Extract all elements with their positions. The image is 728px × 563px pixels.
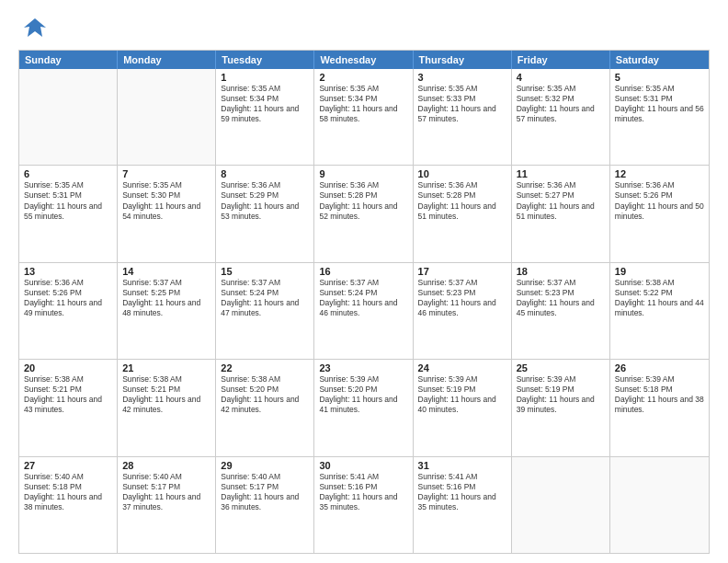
day-number: 29 [221, 460, 309, 471]
day-info: Sunrise: 5:36 AM Sunset: 5:29 PM Dayligh… [221, 180, 309, 221]
calendar-cell [512, 457, 610, 553]
calendar-cell [610, 457, 709, 553]
day-info: Sunrise: 5:39 AM Sunset: 5:20 PM Dayligh… [319, 374, 407, 415]
day-number: 2 [319, 72, 407, 83]
header [18, 15, 710, 40]
day-number: 5 [615, 72, 704, 83]
calendar: SundayMondayTuesdayWednesdayThursdayFrid… [18, 50, 710, 554]
calendar-cell: 10Sunrise: 5:36 AM Sunset: 5:28 PM Dayli… [414, 166, 512, 261]
day-info: Sunrise: 5:38 AM Sunset: 5:21 PM Dayligh… [24, 374, 112, 415]
day-info: Sunrise: 5:36 AM Sunset: 5:28 PM Dayligh… [418, 180, 506, 221]
day-number: 16 [319, 266, 407, 277]
day-info: Sunrise: 5:35 AM Sunset: 5:31 PM Dayligh… [24, 180, 112, 221]
calendar-cell: 21Sunrise: 5:38 AM Sunset: 5:21 PM Dayli… [118, 360, 216, 455]
day-info: Sunrise: 5:37 AM Sunset: 5:24 PM Dayligh… [221, 278, 309, 318]
day-number: 14 [122, 266, 210, 277]
day-info: Sunrise: 5:39 AM Sunset: 5:19 PM Dayligh… [517, 374, 605, 415]
calendar-cell: 7Sunrise: 5:35 AM Sunset: 5:30 PM Daylig… [118, 166, 216, 261]
day-number: 27 [24, 460, 112, 471]
calendar-cell: 11Sunrise: 5:36 AM Sunset: 5:27 PM Dayli… [512, 166, 610, 261]
calendar-cell: 3Sunrise: 5:35 AM Sunset: 5:33 PM Daylig… [414, 69, 512, 165]
day-info: Sunrise: 5:41 AM Sunset: 5:16 PM Dayligh… [319, 472, 407, 512]
day-info: Sunrise: 5:37 AM Sunset: 5:23 PM Dayligh… [517, 278, 605, 318]
calendar-row-2: 13Sunrise: 5:36 AM Sunset: 5:26 PM Dayli… [19, 262, 709, 359]
calendar-row-4: 27Sunrise: 5:40 AM Sunset: 5:18 PM Dayli… [19, 456, 709, 553]
calendar-row-3: 20Sunrise: 5:38 AM Sunset: 5:21 PM Dayli… [19, 359, 709, 455]
day-info: Sunrise: 5:37 AM Sunset: 5:23 PM Dayligh… [418, 278, 506, 318]
day-info: Sunrise: 5:36 AM Sunset: 5:26 PM Dayligh… [615, 180, 704, 221]
day-number: 4 [517, 72, 605, 83]
header-day-wednesday: Wednesday [314, 51, 413, 69]
calendar-cell: 26Sunrise: 5:39 AM Sunset: 5:18 PM Dayli… [610, 360, 709, 455]
calendar-cell: 27Sunrise: 5:40 AM Sunset: 5:18 PM Dayli… [19, 457, 118, 553]
calendar-cell: 18Sunrise: 5:37 AM Sunset: 5:23 PM Dayli… [512, 263, 610, 359]
page: SundayMondayTuesdayWednesdayThursdayFrid… [0, 0, 728, 563]
calendar-row-1: 6Sunrise: 5:35 AM Sunset: 5:31 PM Daylig… [19, 165, 709, 261]
calendar-cell: 24Sunrise: 5:39 AM Sunset: 5:19 PM Dayli… [414, 360, 512, 455]
header-day-monday: Monday [118, 51, 216, 69]
day-number: 23 [319, 362, 407, 373]
day-number: 30 [319, 460, 407, 471]
day-info: Sunrise: 5:36 AM Sunset: 5:28 PM Dayligh… [319, 180, 407, 221]
calendar-cell: 25Sunrise: 5:39 AM Sunset: 5:19 PM Dayli… [512, 360, 610, 455]
calendar-cell: 17Sunrise: 5:37 AM Sunset: 5:23 PM Dayli… [414, 263, 512, 359]
calendar-cell: 28Sunrise: 5:40 AM Sunset: 5:17 PM Dayli… [118, 457, 216, 553]
day-info: Sunrise: 5:36 AM Sunset: 5:26 PM Dayligh… [24, 278, 112, 318]
calendar-cell: 2Sunrise: 5:35 AM Sunset: 5:34 PM Daylig… [314, 69, 413, 165]
day-info: Sunrise: 5:36 AM Sunset: 5:27 PM Dayligh… [517, 180, 605, 221]
header-day-friday: Friday [512, 51, 610, 69]
calendar-cell: 22Sunrise: 5:38 AM Sunset: 5:20 PM Dayli… [216, 360, 314, 455]
calendar-cell: 29Sunrise: 5:40 AM Sunset: 5:17 PM Dayli… [216, 457, 314, 553]
calendar-cell: 5Sunrise: 5:35 AM Sunset: 5:31 PM Daylig… [610, 69, 709, 165]
day-number: 17 [418, 266, 506, 277]
header-day-sunday: Sunday [19, 51, 118, 69]
day-info: Sunrise: 5:40 AM Sunset: 5:18 PM Dayligh… [24, 472, 112, 512]
day-number: 21 [122, 362, 210, 373]
calendar-row-0: 1Sunrise: 5:35 AM Sunset: 5:34 PM Daylig… [19, 69, 709, 165]
calendar-cell: 19Sunrise: 5:38 AM Sunset: 5:22 PM Dayli… [610, 263, 709, 359]
day-number: 28 [122, 460, 210, 471]
calendar-header: SundayMondayTuesdayWednesdayThursdayFrid… [19, 51, 709, 69]
header-day-saturday: Saturday [610, 51, 709, 69]
day-number: 19 [615, 266, 704, 277]
day-number: 13 [24, 266, 112, 277]
day-number: 9 [319, 168, 407, 179]
logo [18, 15, 48, 40]
day-info: Sunrise: 5:40 AM Sunset: 5:17 PM Dayligh… [221, 472, 309, 512]
day-info: Sunrise: 5:37 AM Sunset: 5:24 PM Dayligh… [319, 278, 407, 318]
day-info: Sunrise: 5:37 AM Sunset: 5:25 PM Dayligh… [122, 278, 210, 318]
day-number: 11 [517, 168, 605, 179]
day-number: 15 [221, 266, 309, 277]
day-info: Sunrise: 5:38 AM Sunset: 5:21 PM Dayligh… [122, 374, 210, 415]
day-info: Sunrise: 5:40 AM Sunset: 5:17 PM Dayligh… [122, 472, 210, 512]
calendar-cell [118, 69, 216, 165]
day-info: Sunrise: 5:38 AM Sunset: 5:20 PM Dayligh… [221, 374, 309, 415]
day-info: Sunrise: 5:35 AM Sunset: 5:30 PM Dayligh… [122, 180, 210, 221]
day-number: 1 [221, 72, 309, 83]
calendar-cell: 8Sunrise: 5:36 AM Sunset: 5:29 PM Daylig… [216, 166, 314, 261]
calendar-cell: 1Sunrise: 5:35 AM Sunset: 5:34 PM Daylig… [216, 69, 314, 165]
day-info: Sunrise: 5:41 AM Sunset: 5:16 PM Dayligh… [418, 472, 506, 512]
logo-text-block [18, 15, 48, 40]
day-number: 18 [517, 266, 605, 277]
day-info: Sunrise: 5:35 AM Sunset: 5:34 PM Dayligh… [319, 84, 407, 124]
day-number: 10 [418, 168, 506, 179]
logo-bird-icon [22, 15, 48, 40]
day-info: Sunrise: 5:38 AM Sunset: 5:22 PM Dayligh… [615, 278, 704, 318]
day-number: 12 [615, 168, 704, 179]
svg-marker-0 [24, 18, 46, 37]
day-info: Sunrise: 5:35 AM Sunset: 5:31 PM Dayligh… [615, 84, 704, 124]
header-day-tuesday: Tuesday [216, 51, 314, 69]
day-info: Sunrise: 5:35 AM Sunset: 5:32 PM Dayligh… [517, 84, 605, 124]
day-info: Sunrise: 5:35 AM Sunset: 5:34 PM Dayligh… [221, 84, 309, 124]
calendar-cell: 30Sunrise: 5:41 AM Sunset: 5:16 PM Dayli… [314, 457, 413, 553]
day-number: 6 [24, 168, 112, 179]
calendar-cell: 14Sunrise: 5:37 AM Sunset: 5:25 PM Dayli… [118, 263, 216, 359]
calendar-cell: 15Sunrise: 5:37 AM Sunset: 5:24 PM Dayli… [216, 263, 314, 359]
header-day-thursday: Thursday [414, 51, 512, 69]
day-number: 20 [24, 362, 112, 373]
day-number: 26 [615, 362, 704, 373]
day-number: 3 [418, 72, 506, 83]
day-info: Sunrise: 5:35 AM Sunset: 5:33 PM Dayligh… [418, 84, 506, 124]
calendar-cell: 31Sunrise: 5:41 AM Sunset: 5:16 PM Dayli… [414, 457, 512, 553]
